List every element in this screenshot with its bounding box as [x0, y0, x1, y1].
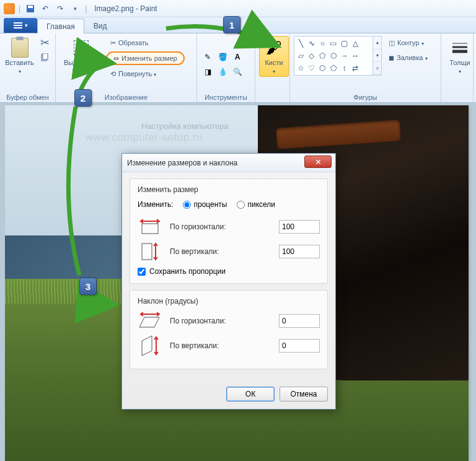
select-icon — [71, 38, 91, 58]
redo-quick-button[interactable]: ↷ — [54, 2, 66, 15]
crop-button[interactable]: ✂Обрезать — [106, 36, 185, 50]
skew-fieldset: Наклон (градусы) По горизонтали: По верт… — [130, 290, 328, 369]
window-title: Image2.png - Paint — [94, 4, 157, 13]
resize-vert-icon — [138, 242, 162, 261]
shapes-scroll[interactable]: ▴▾▿ — [373, 36, 382, 76]
brush-icon: 🖌 — [264, 38, 284, 58]
dialog-titlebar[interactable]: Изменение размеров и наклона ✕ — [122, 154, 335, 172]
crop-icon: ✂ — [110, 39, 116, 47]
cut-button[interactable]: ✂ — [38, 36, 51, 50]
resize-icon: ⇔ — [113, 55, 119, 63]
title-bar: | ↶ ↷ ▾ | Image2.png - Paint — [0, 0, 476, 17]
outline-button[interactable]: ◫Контур — [384, 36, 432, 50]
resize-fieldset: Изменить размер Изменить: проценты пиксе… — [130, 178, 328, 284]
app-logo-icon — [4, 3, 15, 14]
copy-icon — [40, 53, 49, 62]
callout-badge-2: 2 — [74, 89, 92, 107]
zoom-tool[interactable]: 🔍 — [231, 65, 244, 79]
radio-percent[interactable]: проценты — [183, 200, 227, 209]
size-icon — [450, 38, 470, 58]
callout-badge-1: 1 — [223, 16, 240, 33]
svg-marker-16 — [142, 336, 152, 356]
resize-horizontal-input[interactable] — [279, 220, 320, 234]
picker-tool[interactable]: 💧 — [216, 65, 229, 79]
fill-tool[interactable]: 🪣 — [216, 50, 229, 64]
skew-horizontal-input[interactable] — [279, 314, 320, 328]
shapes-gallery[interactable]: ╲∿○▭▢△ ▱◇⬠⬡→↔ ☆♡⬡⬠↕⇄ — [294, 36, 373, 76]
resize-button[interactable]: ⇔Изменить размер — [106, 51, 185, 65]
brushes-button[interactable]: 🖌 Кисти — [259, 36, 289, 77]
resize-vertical-input[interactable] — [279, 245, 320, 258]
pencil-tool[interactable]: ✎ — [201, 50, 214, 64]
ribbon: Вставить ✂ Буфер обмен Выделить ✂Обрезат… — [0, 33, 476, 103]
skew-vertical-input[interactable] — [279, 339, 320, 353]
watermark-url: www.computer-setup.ru — [86, 131, 203, 144]
dialog-cancel-button[interactable]: Отмена — [280, 387, 328, 402]
outline-icon: ◫ — [389, 39, 395, 47]
tab-view[interactable]: Вид — [84, 18, 117, 33]
dialog-ok-button[interactable]: ОК — [226, 387, 275, 402]
radio-pixels[interactable]: пиксели — [237, 200, 275, 209]
svg-marker-14 — [139, 317, 159, 327]
watermark-subtitle: Настройка компьютера — [141, 121, 228, 131]
rotate-icon: ⟲ — [110, 70, 116, 78]
keep-aspect-checkbox[interactable] — [138, 268, 146, 276]
save-quick-button[interactable] — [24, 2, 37, 15]
resize-horiz-icon — [138, 217, 162, 236]
group-clipboard-label: Буфер обмен — [4, 92, 51, 102]
svg-rect-4 — [14, 27, 22, 29]
text-tool[interactable]: A — [231, 50, 244, 64]
svg-rect-6 — [43, 53, 48, 59]
file-menu[interactable] — [4, 18, 37, 33]
clipboard-icon — [10, 38, 30, 58]
resize-skew-dialog: Изменение размеров и наклона ✕ Изменить … — [121, 153, 336, 410]
group-shapes-label: Фигуры — [294, 92, 437, 102]
svg-rect-12 — [142, 244, 152, 260]
copy-button[interactable] — [38, 51, 51, 64]
fill-shape-button[interactable]: ◼Заливка — [384, 51, 432, 64]
svg-rect-3 — [14, 25, 22, 26]
svg-rect-1 — [28, 6, 33, 8]
group-tools-label: Инструменты — [201, 92, 251, 102]
size-button[interactable]: Толщи — [445, 36, 475, 77]
tab-main[interactable]: Главная — [37, 19, 84, 33]
rotate-button[interactable]: ⟲Повернуть — [106, 67, 185, 81]
eraser-tool[interactable]: ◨ — [201, 65, 214, 79]
fillshape-icon: ◼ — [389, 54, 394, 62]
svg-rect-10 — [142, 224, 158, 234]
skew-horiz-icon — [138, 312, 162, 330]
svg-rect-2 — [14, 22, 22, 24]
qat-customize[interactable]: ▾ — [69, 2, 81, 15]
dialog-close-button[interactable]: ✕ — [304, 156, 332, 168]
undo-quick-button[interactable]: ↶ — [39, 2, 51, 15]
paste-button[interactable]: Вставить — [4, 36, 35, 77]
callout-badge-3: 3 — [79, 278, 97, 295]
select-button[interactable]: Выделить — [60, 36, 104, 69]
dialog-title-text: Изменение размеров и наклона — [127, 159, 237, 167]
scissors-icon: ✂ — [40, 36, 50, 50]
skew-vert-icon — [138, 336, 162, 355]
